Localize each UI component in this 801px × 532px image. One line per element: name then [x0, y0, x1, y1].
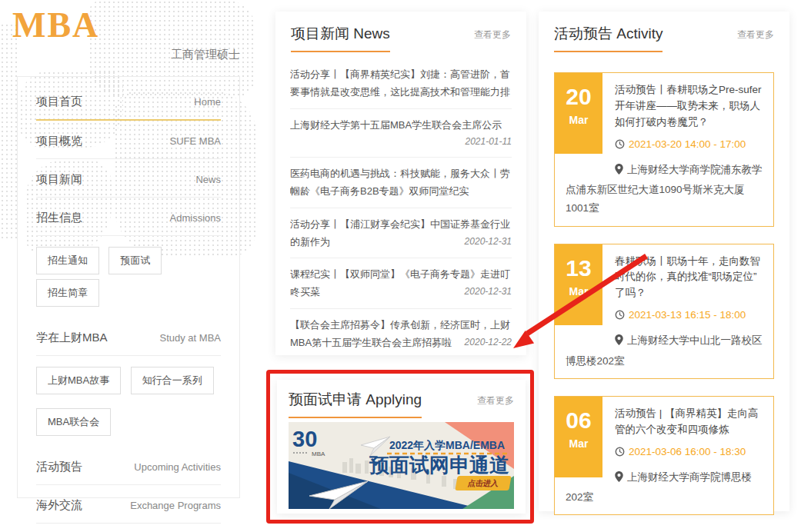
- svg-text:点击进入: 点击进入: [467, 479, 500, 487]
- event-day: 06: [555, 397, 602, 433]
- event-month: Mar: [555, 285, 602, 298]
- banner-image[interactable]: 30 MBA 2022年入学MBA/EMBA 预面试网申通道: [289, 422, 514, 509]
- news-item-date: 2020-12-31: [465, 284, 512, 300]
- event-card[interactable]: 06 Mar 活动预告 | 【商界精英】走向高管的六个改变和四项修炼 2021-…: [554, 396, 774, 515]
- study-tags: 上财MBA故事 知行合一系列: [36, 356, 221, 405]
- mba-logo[interactable]: MBA: [12, 5, 99, 45]
- event-date-badge: 06 Mar: [555, 397, 602, 477]
- location-pin-icon: [615, 162, 623, 181]
- nav-label-zh: 项目新闻: [36, 172, 82, 187]
- applying-header: 预面试申请 Applying 查看更多: [277, 380, 526, 418]
- sidebar-item-exchange[interactable]: 海外交流 Exchange Programs: [36, 485, 221, 524]
- news-item-date: 2021-01-11: [466, 134, 512, 150]
- svg-text:30: 30: [292, 427, 317, 451]
- sidebar: 项目首页 Home 项目概览 SUFE MBA 项目新闻 News 招生信息 A…: [17, 76, 240, 498]
- news-item[interactable]: 活动分享丨【商界精英纪实】刘捷：高管进阶，首要事情就是改变思维，这比提高技术和管…: [290, 58, 512, 109]
- nav-label-en: Upcoming Activities: [134, 461, 221, 473]
- news-list: 活动分享丨【商界精英纪实】刘捷：高管进阶，首要事情就是改变思维，这比提高技术和管…: [275, 52, 526, 358]
- nav-label-zh: 项目首页: [36, 95, 82, 109]
- event-card[interactable]: 20 Mar 活动预告丨春耕职场之Pre-sufer开年讲座——取势未来，职场人…: [554, 72, 774, 227]
- nav-label-en: Exchange Programs: [130, 500, 221, 511]
- event-list: 20 Mar 活动预告丨春耕职场之Pre-sufer开年讲座——取势未来，职场人…: [539, 52, 789, 515]
- page: MBA 工商管理硕士 项目首页 Home 项目概览 SUFE MBA 项目新闻 …: [0, 0, 801, 532]
- banner-line2: 预面试网申通道: [369, 454, 509, 477]
- event-location: 上海财经大学商学院浦东教学点浦东新区世纪大道1090号斯米克大厦1001室: [566, 161, 764, 218]
- tag-zhixing-series[interactable]: 知行合一系列: [131, 367, 214, 394]
- sidebar-item-news[interactable]: 项目新闻 News: [36, 159, 221, 198]
- tag-mba-union[interactable]: MBA联合会: [36, 408, 111, 436]
- activity-section: 活动预告 Activity 查看更多 20 Mar 活动预告丨春耕职场之Pre-…: [539, 12, 789, 511]
- news-item-date: 2020-12-31: [465, 234, 512, 250]
- applying-more-link[interactable]: 查看更多: [477, 394, 514, 407]
- svg-text:MBA: MBA: [312, 451, 325, 457]
- applying-section: 预面试申请 Applying 查看更多: [277, 380, 526, 514]
- nav-label-en: Study at MBA: [160, 332, 221, 344]
- news-header: 项目新闻 News 查看更多: [275, 12, 526, 52]
- sidebar-item-contact[interactable]: 联系我们 Contact Us: [36, 524, 221, 532]
- news-item-title: 医药电商的机遇与挑战：科技赋能，服务大众丨劳帼龄《电子商务B2B专题》双师同堂纪…: [290, 168, 510, 197]
- sidebar-item-home[interactable]: 项目首页 Home: [36, 81, 221, 121]
- news-item-title: 上海财经大学第十五届MBA学生联合会主席公示: [290, 119, 502, 131]
- news-item[interactable]: 课程纪实丨【双师同堂】《电子商务专题》走进叮咚买菜 2020-12-31: [290, 258, 512, 309]
- event-card[interactable]: 13 Mar 春耕职场丨职场十年，走向数智时代的你，真的找准“职场定位”了吗？ …: [554, 244, 774, 379]
- news-item[interactable]: 【联合会主席招募令】传承创新，经济匡时，上财MBA第十五届学生联合会主席招募啦 …: [290, 309, 512, 359]
- brand-subtitle: 工商管理硕士: [0, 48, 240, 62]
- event-date-badge: 20 Mar: [555, 73, 602, 154]
- news-section: 项目新闻 News 查看更多 活动分享丨【商界精英纪实】刘捷：高管进阶，首要事情…: [275, 12, 526, 355]
- tag-pre-interview[interactable]: 预面试: [108, 247, 162, 274]
- news-item[interactable]: 医药电商的机遇与挑战：科技赋能，服务大众丨劳帼龄《电子商务B2B专题》双师同堂纪…: [290, 158, 512, 208]
- news-item-date: 2020-12-22: [465, 334, 512, 351]
- activity-title: 活动预告 Activity: [554, 24, 662, 52]
- location-pin-icon: [615, 333, 623, 351]
- nav-label-en: News: [195, 174, 221, 185]
- news-item[interactable]: 上海财经大学第十五届MBA学生联合会主席公示 2021-01-11: [290, 109, 512, 158]
- tag-admission-brochure[interactable]: 招生简章: [36, 279, 99, 307]
- event-date-badge: 13 Mar: [555, 244, 602, 325]
- nav-label-en: SUFE MBA: [170, 135, 221, 147]
- news-title: 项目新闻 News: [291, 24, 390, 52]
- nav-label-zh: 活动预告: [36, 460, 82, 474]
- event-day: 20: [555, 73, 602, 109]
- applying-banner[interactable]: 30 MBA 2022年入学MBA/EMBA 预面试网申通道: [277, 418, 526, 512]
- event-month: Mar: [555, 437, 602, 450]
- applying-title: 预面试申请 Applying: [289, 390, 422, 418]
- tag-mba-stories[interactable]: 上财MBA故事: [36, 367, 121, 394]
- nav-label-zh: 学在上财MBA: [36, 331, 108, 345]
- sidebar-item-activities[interactable]: 活动预告 Upcoming Activities: [36, 447, 221, 485]
- nav-label-en: Home: [194, 96, 221, 108]
- location-pin-icon: [615, 470, 623, 488]
- news-item-title: 活动分享丨【商界精英纪实】刘捷：高管进阶，首要事情就是改变思维，这比提高技术和管…: [290, 68, 510, 98]
- clock-icon: [615, 139, 625, 154]
- sidebar-item-study[interactable]: 学在上财MBA Study at MBA: [36, 318, 221, 356]
- union-tags: MBA联合会: [36, 405, 221, 447]
- nav-label-zh: 招生信息: [36, 211, 82, 225]
- nav-label-en: Admissions: [170, 212, 221, 224]
- nav-label-zh: 项目概览: [36, 134, 82, 148]
- news-item[interactable]: 活动分享丨【浦江财享会纪实】中国证券基金行业的新作为 2020-12-31: [290, 208, 512, 259]
- banner-enter-button[interactable]: 点击进入: [455, 476, 511, 490]
- news-more-link[interactable]: 查看更多: [474, 28, 511, 42]
- clock-icon: [615, 447, 625, 461]
- admissions-tags: 招生通知 预面试 招生简章: [36, 236, 221, 318]
- sidebar-item-admissions[interactable]: 招生信息 Admissions: [36, 198, 221, 236]
- activity-more-link[interactable]: 查看更多: [737, 28, 774, 42]
- activity-header: 活动预告 Activity 查看更多: [539, 12, 789, 52]
- sidebar-item-overview[interactable]: 项目概览 SUFE MBA: [36, 121, 221, 159]
- clock-icon: [615, 310, 625, 324]
- event-location: 上海财经大学中山北一路校区博思楼202室: [566, 331, 764, 371]
- event-day: 13: [555, 244, 602, 281]
- tag-admission-notice[interactable]: 招生通知: [36, 247, 99, 274]
- banner-line1: 2022年入学MBA/EMBA: [389, 439, 505, 451]
- nav-label-zh: 海外交流: [36, 498, 82, 513]
- event-month: Mar: [555, 114, 602, 126]
